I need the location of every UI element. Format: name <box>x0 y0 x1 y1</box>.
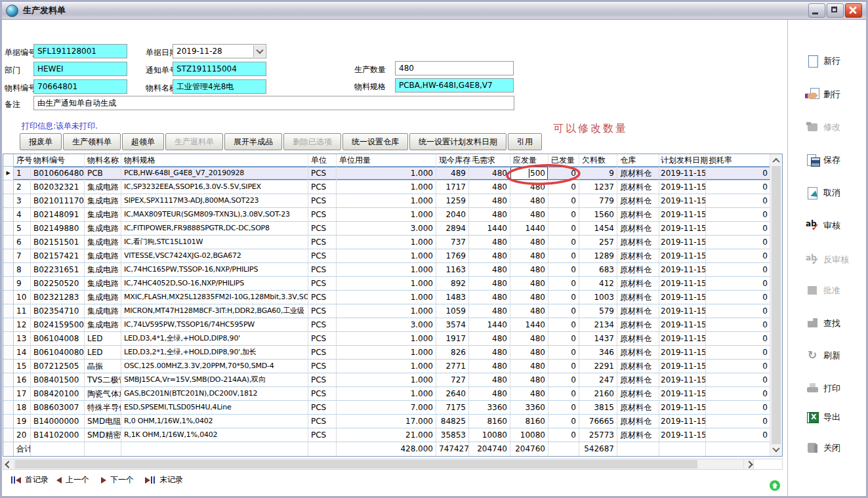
cell[interactable]: 2019-11-15 <box>659 277 706 290</box>
table-row[interactable]: 4B02148091集成电路IC,MAX809TEUR(SGM809-TXN3L… <box>3 208 770 222</box>
cell[interactable]: PCS <box>308 291 337 304</box>
cell[interactable]: 原材料仓 <box>617 304 659 318</box>
cell[interactable]: 480 <box>469 304 510 318</box>
cell[interactable]: B02149880 <box>31 222 85 235</box>
cell[interactable]: LED <box>85 332 121 345</box>
cell[interactable]: 412 <box>579 277 617 290</box>
table-row[interactable]: 14B0610400801LEDLED,D3,2*1,全绿,+HOLD,DIP8… <box>3 346 770 360</box>
doc-no-field[interactable]: SFL191128001 <box>33 44 127 58</box>
cell[interactable]: 2019-11-15 <box>659 401 706 414</box>
cell[interactable]: 2291 <box>579 360 617 373</box>
cell[interactable]: B02321283 <box>31 291 85 304</box>
cell[interactable]: 0 <box>548 180 579 194</box>
cell[interactable]: 陶瓷气体放电 <box>85 387 121 400</box>
action-button-1[interactable]: 报废单 <box>20 133 62 150</box>
cell[interactable]: 480 <box>510 346 548 359</box>
cell[interactable]: 542687 <box>579 442 617 456</box>
nav-next-record-button[interactable]: 下一个 <box>101 474 134 486</box>
table-row[interactable]: 7B02157421集成电路VITESSE,VSC7424XJG-02,BGA6… <box>3 249 770 263</box>
cell[interactable]: ESD,SPSEMI,TLSD05H4U,4Line <box>121 401 308 414</box>
table-row[interactable]: 2B02032321集成电路IC,SP3232EEA,SSOP16,3.0V-5… <box>3 180 770 194</box>
column-header-10[interactable]: 已发量 <box>548 154 579 166</box>
cell[interactable]: IC,SP3232EEA,SSOP16,3.0V-5.5V,SIPEX <box>121 180 308 194</box>
cell[interactable]: 2019-11-15 <box>659 194 706 207</box>
row-selector[interactable] <box>3 222 14 235</box>
cell[interactable]: B02151501 <box>31 236 85 249</box>
cell[interactable]: 原材料仓 <box>617 428 659 442</box>
cell[interactable]: 2771 <box>436 360 469 373</box>
cell[interactable]: 480 <box>510 291 548 304</box>
cell[interactable]: SMD电阻 <box>85 415 121 428</box>
cell[interactable]: 原材料仓 <box>617 236 659 249</box>
cell[interactable]: 1.000 <box>337 167 436 180</box>
cell[interactable]: 480 <box>469 194 510 207</box>
date-dropdown-button[interactable] <box>253 45 265 57</box>
cell[interactable]: 1717 <box>436 180 469 194</box>
table-row[interactable]: 3B0210111700集成电路SIPEX,SPX1117M3-ADJ,800M… <box>3 194 770 208</box>
cell[interactable]: 9 <box>579 167 617 180</box>
cell[interactable]: 7.000 <box>337 401 436 414</box>
cell[interactable]: 1.000 <box>337 360 436 373</box>
cell[interactable]: LED,D3,4*1,全绿,+HOLD,DIP8,90' <box>121 332 308 345</box>
cell[interactable]: 0 <box>706 360 770 373</box>
cell[interactable]: PCS <box>308 222 337 235</box>
horizontal-scroll-thumb[interactable] <box>15 460 697 468</box>
cell[interactable]: 原材料仓 <box>617 373 659 386</box>
cell[interactable]: B0210111700 <box>31 194 85 207</box>
cell[interactable]: PCS <box>308 194 337 207</box>
cell[interactable]: 257 <box>579 236 617 249</box>
cell[interactable]: 17 <box>14 387 31 400</box>
table-row[interactable]: 5B02149880集成电路IC,FITIPOWER,FR9888SPGTR,D… <box>3 222 770 236</box>
cell[interactable]: PCB,HW-648I_G4E8_V7_20190928 <box>121 167 308 180</box>
cell[interactable]: 480 <box>469 277 510 290</box>
column-header-8[interactable]: 毛需求 <box>469 154 510 166</box>
cell[interactable]: MXIC,FLASH,MX25L12835FM2I-10G,128Mbit,3.… <box>121 291 308 304</box>
cell[interactable]: 826 <box>436 346 469 359</box>
cell[interactable]: 21.000 <box>337 428 436 442</box>
table-row[interactable]: 6B02151501集成电路IC,看门狗,STC15L101WPCS1.0007… <box>3 236 770 249</box>
cell[interactable]: 0 <box>548 194 579 207</box>
cell[interactable]: 2019-11-15 <box>659 304 706 318</box>
cell[interactable]: 3.000 <box>337 318 436 331</box>
cell[interactable]: 集成电路 <box>85 222 121 235</box>
cell[interactable]: 原材料仓 <box>617 222 659 235</box>
cell[interactable]: 1.000 <box>337 346 436 359</box>
cell[interactable]: IC,看门狗,STC15L101W <box>121 236 308 249</box>
cell[interactable]: IC,74HC4052D,SO-16,NXP/PHILIPS <box>121 277 308 290</box>
cell[interactable]: 2 <box>14 180 31 194</box>
cell[interactable]: 0 <box>548 401 579 414</box>
sidebar-button-9[interactable]: 查找 <box>805 316 840 331</box>
cell[interactable]: 480 <box>469 291 510 304</box>
cell[interactable]: 集成电路 <box>85 277 121 290</box>
column-header-14[interactable]: 损耗率 <box>706 154 770 166</box>
cell[interactable]: 原材料仓 <box>617 277 659 290</box>
cell[interactable]: 1.000 <box>337 277 436 290</box>
cell[interactable]: 0 <box>706 401 770 414</box>
cell[interactable]: 0 <box>706 373 770 386</box>
table-row[interactable]: 17B08420100陶瓷气体放电GAS,BC201N(BTC201N),DC2… <box>3 387 770 401</box>
cell[interactable]: 3360 <box>469 401 510 414</box>
cell[interactable]: 0 <box>706 263 770 276</box>
cell[interactable]: B08603007 <box>31 401 85 414</box>
cell[interactable]: 原材料仓 <box>617 194 659 207</box>
cell[interactable]: 原材料仓 <box>617 249 659 262</box>
cell[interactable]: 合计 <box>14 442 31 456</box>
cell[interactable]: B06104008 <box>31 332 85 345</box>
cell[interactable]: 1003 <box>579 291 617 304</box>
cell[interactable]: 1.000 <box>337 332 436 345</box>
cell[interactable] <box>548 442 579 456</box>
cell[interactable]: B02354710 <box>31 304 85 318</box>
table-row[interactable]: 19B14000000SMD电阻R,0 OHM,1/16W,1%,0402PCS… <box>3 415 770 428</box>
cell[interactable]: 0 <box>706 346 770 359</box>
action-button-3[interactable]: 超领单 <box>122 133 164 150</box>
cell[interactable]: PCS <box>308 249 337 262</box>
cell[interactable]: 480 <box>469 167 510 180</box>
row-selector[interactable] <box>3 304 14 318</box>
cell[interactable]: 1237 <box>579 180 617 194</box>
sidebar-button-11[interactable]: 打印 <box>805 381 840 396</box>
cell[interactable]: 集成电路 <box>85 263 121 276</box>
cell[interactable]: 0 <box>706 236 770 249</box>
cell[interactable]: 0 <box>548 318 579 331</box>
scroll-down-icon[interactable] <box>772 445 779 452</box>
cell[interactable]: 2019-11-15 <box>659 291 706 304</box>
